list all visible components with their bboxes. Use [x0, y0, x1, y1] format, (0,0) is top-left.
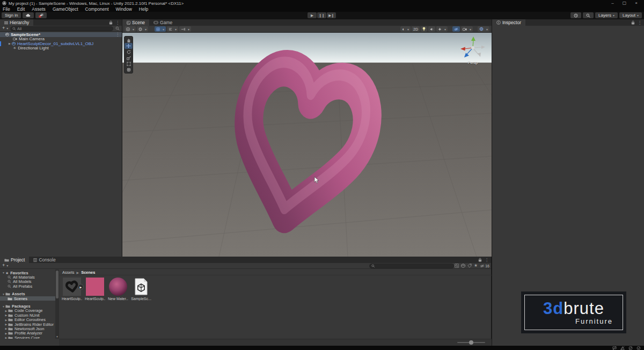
sidebar-item-package[interactable]: ▶Services Core: [0, 336, 55, 339]
menu-edit[interactable]: Edit: [17, 6, 25, 12]
hierarchy-item-scene[interactable]: ▼ SampleScene* ⋮: [0, 32, 122, 37]
maximize-button[interactable]: ▢: [623, 1, 627, 6]
search-button[interactable]: [583, 12, 594, 18]
activity-check-icon[interactable]: [636, 346, 641, 350]
chevron-down-icon[interactable]: ▼: [0, 33, 5, 36]
hierarchy-search-input[interactable]: [17, 26, 111, 31]
label-tag-icon[interactable]: [467, 264, 472, 268]
add-object-button[interactable]: +▾: [2, 26, 8, 31]
kebab-menu-icon[interactable]: ⋮: [485, 258, 489, 262]
kebab-menu-icon[interactable]: ⋮: [115, 20, 120, 25]
file-heart-model[interactable]: ▶ HeartSculp...: [62, 278, 82, 301]
breadcrumb-scenes[interactable]: Scenes: [81, 270, 95, 275]
chevron-right-icon[interactable]: ▶: [4, 313, 8, 317]
gizmo-center[interactable]: [471, 46, 474, 49]
tab-inspector[interactable]: Inspector: [492, 19, 525, 26]
gizmo-axis-neg[interactable]: [481, 46, 485, 49]
cloud-button[interactable]: [23, 12, 34, 18]
file-sample-scene[interactable]: SampleSc...: [131, 278, 151, 301]
lock-icon[interactable]: [109, 20, 113, 25]
menu-component[interactable]: Component: [85, 6, 109, 12]
gizmo-y-axis[interactable]: [471, 37, 475, 41]
favorites-star-icon[interactable]: ★: [474, 264, 478, 268]
chevron-right-icon[interactable]: ▶: [4, 318, 8, 322]
breadcrumb-assets[interactable]: Assets: [62, 270, 75, 275]
menu-assets[interactable]: Assets: [32, 6, 46, 12]
gizmo-z-axis[interactable]: [464, 53, 469, 58]
camera-settings-dropdown[interactable]: ▾: [461, 26, 473, 32]
gizmo-x-axis[interactable]: [460, 47, 465, 51]
pause-button[interactable]: ❙❙: [317, 12, 326, 18]
snap-increment-dropdown[interactable]: ▾: [167, 26, 178, 32]
chevron-right-icon[interactable]: ▶: [4, 309, 8, 312]
gizmo-axis-neg[interactable]: [478, 53, 481, 57]
2d-toggle[interactable]: 2D: [412, 26, 420, 32]
tab-scene[interactable]: Scene: [122, 19, 149, 26]
menu-help[interactable]: Help: [139, 6, 148, 12]
menu-file[interactable]: File: [3, 6, 10, 12]
rect-tool[interactable]: [125, 61, 133, 67]
preview-play-badge[interactable]: ▶: [78, 284, 84, 290]
lock-icon[interactable]: [478, 258, 482, 262]
file-new-material[interactable]: New Mater...: [108, 278, 128, 301]
audio-toggle[interactable]: [428, 26, 435, 32]
scrollbar-down-arrow[interactable]: ▼: [55, 335, 59, 338]
menu-gameobject[interactable]: GameObject: [53, 6, 78, 12]
kebab-menu-icon[interactable]: ⋮: [115, 32, 122, 37]
version-control-button[interactable]: [35, 12, 47, 18]
lock-icon[interactable]: [631, 20, 635, 25]
move-tool[interactable]: [125, 43, 133, 49]
project-search-input[interactable]: [376, 264, 452, 268]
search-type-icon[interactable]: [461, 264, 465, 268]
lighting-toggle[interactable]: [421, 26, 427, 32]
orientation-gizmo[interactable]: [458, 35, 487, 62]
console-log-muted-icon[interactable]: [612, 346, 617, 350]
sidebar-item-all-prefabs[interactable]: All Prefabs: [0, 284, 55, 288]
chevron-right-icon[interactable]: ▶: [4, 327, 8, 330]
scene-picker-icon[interactable]: [115, 26, 120, 31]
handle-rotation-dropdown[interactable]: ▾: [137, 26, 148, 32]
hierarchy-item-main-camera[interactable]: Main Camera: [0, 37, 122, 42]
tab-game[interactable]: Game: [149, 19, 177, 26]
heart-model[interactable]: [122, 33, 492, 257]
hierarchy-item-directional-light[interactable]: ☀ Directional Light: [0, 46, 122, 51]
play-button[interactable]: ▶: [308, 12, 317, 18]
sidebar-scrollbar[interactable]: ▼: [55, 269, 59, 339]
gizmos-dropdown[interactable]: ▾: [478, 26, 489, 32]
tool-settings-dropdown[interactable]: ▾: [125, 26, 136, 32]
chevron-down-icon[interactable]: ▼: [2, 271, 5, 274]
hand-tool[interactable]: [125, 37, 133, 43]
effects-dropdown[interactable]: ▾: [436, 26, 448, 32]
grid-snapping-dropdown[interactable]: ▾: [155, 26, 166, 32]
tab-hierarchy[interactable]: Hierarchy: [0, 19, 33, 26]
chevron-down-icon[interactable]: ▼: [2, 305, 5, 308]
hidden-packages-toggle[interactable]: 16: [480, 264, 489, 268]
add-asset-button[interactable]: +▾: [2, 263, 8, 268]
close-button[interactable]: ×: [635, 1, 638, 6]
sidebar-item-assets[interactable]: ▼ Assets: [0, 292, 55, 296]
scrollbar-thumb[interactable]: [56, 271, 58, 298]
scene-viewport[interactable]: Persp: [122, 33, 492, 257]
kebab-menu-icon[interactable]: ⋮: [638, 20, 642, 25]
undo-history-button[interactable]: [570, 12, 581, 18]
rotate-tool[interactable]: [125, 49, 133, 55]
transform-tool[interactable]: [125, 67, 133, 72]
chevron-right-icon[interactable]: ▶: [4, 332, 8, 335]
project-search[interactable]: [369, 264, 454, 268]
chevron-right-icon[interactable]: ▶: [4, 336, 8, 339]
layers-dropdown[interactable]: Layers▾: [595, 12, 618, 18]
chevron-down-icon[interactable]: ▼: [2, 293, 5, 296]
snap-move-dropdown[interactable]: ▾: [179, 26, 191, 32]
persp-label[interactable]: Persp: [462, 61, 484, 64]
console-warning-muted-icon[interactable]: [620, 346, 625, 350]
tab-console[interactable]: Console: [29, 257, 60, 263]
hierarchy-search[interactable]: [10, 26, 113, 31]
menu-window[interactable]: Window: [116, 6, 132, 12]
chevron-right-icon[interactable]: ▶: [8, 42, 12, 45]
sign-in-button[interactable]: Sign in: [2, 12, 21, 18]
console-error-muted-icon[interactable]: [628, 346, 633, 350]
chevron-right-icon[interactable]: ▶: [4, 323, 8, 326]
scene-visibility-toggle[interactable]: [452, 26, 460, 32]
search-in-icon[interactable]: [455, 264, 459, 268]
slider-knob[interactable]: [469, 340, 473, 345]
